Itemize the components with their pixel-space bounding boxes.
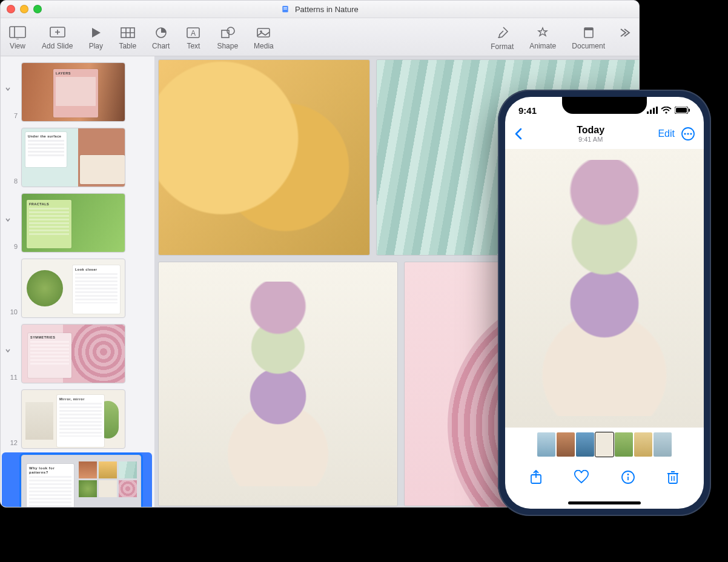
- slide-navigator[interactable]: 7 LAYERS 8 Under the surface: [1, 56, 155, 507]
- thumb-heading: FRACTALS: [29, 202, 69, 207]
- media-button[interactable]: Media: [254, 26, 274, 50]
- slide-number: 8: [4, 177, 18, 187]
- toolbar-label: Add Slide: [42, 42, 73, 50]
- slide-number: 7: [4, 112, 18, 122]
- slide-thumbnail-selected[interactable]: 13 Why look for patterns?: [2, 452, 152, 507]
- svg-point-27: [665, 111, 667, 113]
- slide-thumbnail[interactable]: 9 FRACTALS: [4, 193, 150, 253]
- status-time: 9:41: [518, 105, 537, 116]
- text-button[interactable]: A Text: [185, 26, 201, 50]
- scrubber-thumb[interactable]: [576, 432, 594, 457]
- info-button[interactable]: [621, 470, 635, 484]
- table-button[interactable]: Table: [119, 26, 136, 50]
- iphone-notch: [562, 97, 647, 114]
- traffic-lights: [7, 5, 42, 13]
- scrubber-thumb[interactable]: [537, 432, 555, 457]
- thumb-heading: Mirror, mirror: [59, 397, 102, 402]
- home-indicator[interactable]: [568, 501, 641, 504]
- slide-thumbnail[interactable]: 10 Look closer: [4, 259, 150, 318]
- animate-button[interactable]: Animate: [529, 26, 556, 50]
- shape-button[interactable]: Shape: [217, 26, 238, 50]
- window-title: Patterns in Nature: [295, 5, 359, 14]
- toolbar-label: Media: [254, 42, 274, 50]
- thumb-heading: SYMMETRIES: [30, 336, 69, 340]
- slide-thumbnail[interactable]: 8 Under the surface: [4, 128, 150, 187]
- svg-point-33: [687, 133, 689, 134]
- canvas-image[interactable]: [159, 60, 369, 255]
- slide-number: 12: [4, 439, 18, 449]
- toolbar-label: Shape: [217, 42, 238, 50]
- toolbar-label: Chart: [152, 42, 170, 50]
- photo-viewer[interactable]: [505, 149, 704, 428]
- svg-rect-23: [647, 111, 649, 114]
- disclosure-triangle-icon[interactable]: [3, 84, 13, 94]
- svg-text:A: A: [191, 29, 196, 38]
- svg-marker-20: [538, 28, 547, 36]
- svg-rect-30: [689, 109, 690, 112]
- more-button[interactable]: [681, 127, 695, 141]
- toolbar-label: Table: [119, 42, 136, 50]
- svg-rect-25: [653, 108, 655, 114]
- iphone-device: 9:41 Today 9:41 AM Edit: [498, 90, 711, 516]
- svg-rect-18: [257, 28, 270, 37]
- svg-rect-16: [222, 30, 229, 38]
- svg-rect-1: [283, 7, 287, 8]
- fullscreen-button[interactable]: [33, 5, 42, 13]
- slide-number: 10: [4, 308, 18, 318]
- slide-thumbnail[interactable]: 7 LAYERS: [4, 62, 150, 122]
- slide-thumbnail[interactable]: 12 Mirror, mirror: [4, 389, 150, 449]
- minimize-button[interactable]: [20, 5, 28, 13]
- scrubber-thumb[interactable]: [634, 432, 652, 457]
- svg-rect-40: [669, 474, 677, 483]
- svg-rect-0: [283, 5, 288, 12]
- disclosure-triangle-icon[interactable]: [3, 346, 13, 355]
- play-button[interactable]: Play: [88, 26, 103, 50]
- document-button[interactable]: Document: [572, 26, 605, 50]
- svg-point-38: [627, 474, 629, 475]
- view-button[interactable]: View: [9, 26, 26, 50]
- edit-button[interactable]: Edit: [658, 128, 675, 139]
- canvas-image[interactable]: [159, 262, 397, 506]
- battery-icon: [675, 107, 690, 114]
- toolbar-label: View: [10, 42, 25, 50]
- back-button[interactable]: [514, 127, 523, 140]
- photo-scrubber[interactable]: [505, 428, 704, 461]
- favorite-button[interactable]: [574, 470, 589, 484]
- scrubber-thumb[interactable]: [654, 432, 672, 457]
- scrubber-thumb[interactable]: [615, 432, 633, 457]
- format-button[interactable]: Format: [491, 25, 514, 51]
- document-proxy-icon[interactable]: [281, 5, 290, 13]
- toolbar-label: Play: [89, 42, 103, 50]
- photos-title: Today 9:41 AM: [577, 125, 604, 143]
- slide-thumbnail[interactable]: 11 SYMMETRIES: [4, 324, 150, 383]
- svg-marker-8: [92, 28, 101, 38]
- svg-point-32: [684, 133, 686, 134]
- add-slide-button[interactable]: Add Slide: [42, 26, 73, 50]
- close-button[interactable]: [7, 5, 15, 13]
- delete-button[interactable]: [666, 469, 680, 485]
- photos-nav-bar: Today 9:41 AM Edit: [505, 124, 704, 147]
- toolbar-label: Text: [187, 42, 200, 50]
- toolbar: View Add Slide Play Table Chart A Text: [1, 18, 639, 56]
- thumb-heading: Under the surface: [28, 134, 64, 139]
- svg-point-17: [227, 27, 234, 35]
- scrubber-thumb[interactable]: [557, 432, 575, 457]
- cellular-icon: [647, 107, 658, 114]
- svg-rect-29: [676, 108, 687, 113]
- window-titlebar[interactable]: Patterns in Nature: [1, 1, 639, 18]
- toolbar-label: Document: [572, 42, 605, 50]
- slide-number: 11: [4, 374, 18, 383]
- svg-rect-3: [10, 27, 25, 38]
- thumb-heading: LAYERS: [56, 71, 96, 76]
- disclosure-triangle-icon[interactable]: [3, 215, 13, 225]
- toolbar-label: Animate: [529, 42, 556, 50]
- toolbar-overflow-button[interactable]: [617, 26, 630, 50]
- chart-button[interactable]: Chart: [152, 26, 170, 50]
- scrubber-thumb-current[interactable]: [595, 432, 614, 457]
- iphone-screen: 9:41 Today 9:41 AM Edit: [505, 97, 704, 509]
- svg-rect-22: [584, 28, 593, 30]
- share-button[interactable]: [529, 469, 543, 485]
- wifi-icon: [661, 107, 672, 114]
- svg-rect-2: [283, 8, 287, 9]
- svg-point-34: [690, 133, 692, 134]
